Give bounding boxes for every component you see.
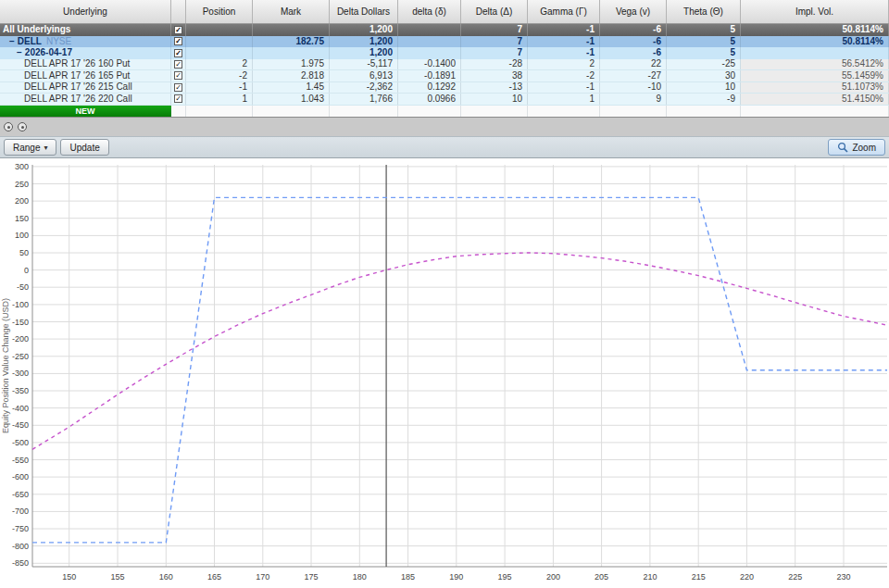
y-tick-label: -600 [12, 472, 29, 482]
row-checkbox[interactable]: ✓ [174, 94, 182, 103]
cell-vega: -6 [600, 36, 667, 48]
x-tick-label: 150 [62, 572, 76, 582]
row-leg-160-put[interactable]: DELL APR 17 '26 160 Put✓21.975-5,117-0.1… [0, 59, 889, 71]
row-leg-220-call[interactable]: DELL APR 17 '26 220 Call✓11.0431,7660.09… [0, 94, 889, 106]
x-tick-label: 175 [304, 572, 318, 582]
cell-theta: 5 [667, 36, 741, 48]
y-tick-label: -200 [12, 334, 29, 344]
risk-profile-chart[interactable]: 1501551601651701751801851901952002052102… [0, 158, 889, 588]
column-header-delta_cap[interactable]: Delta (Δ) [461, 0, 528, 23]
y-tick-label: -100 [12, 300, 29, 309]
zoom-button[interactable]: Zoom [828, 139, 885, 156]
cell-vega: 9 [600, 94, 667, 105]
row-new[interactable]: NEW [0, 106, 889, 118]
x-tick-label: 190 [449, 572, 463, 582]
y-tick-label: 100 [15, 231, 29, 240]
row-checkbox[interactable]: ✓ [174, 37, 182, 45]
cell-delta_dollars: -2,362 [330, 82, 398, 94]
column-header-mark[interactable]: Mark [253, 0, 330, 23]
y-tick-label: -50 [17, 282, 29, 292]
panel-button-icon-1[interactable] [4, 122, 13, 131]
row-checkbox[interactable]: ✓ [174, 71, 182, 80]
row-checkbox-cell: ✓ [171, 24, 186, 36]
y-tick-label: -450 [12, 420, 29, 430]
tree-collapse-icon[interactable]: − [9, 36, 15, 47]
cell-impl_vol: 56.5412% [741, 59, 889, 70]
cell-delta_cap: 10 [461, 94, 528, 105]
chevron-down-icon: ▾ [44, 144, 47, 152]
y-tick-label: 200 [15, 196, 29, 206]
underlying-label: NEW [0, 106, 171, 118]
cell-delta_small: -0.1400 [398, 59, 461, 70]
x-tick-label: 230 [836, 572, 850, 582]
column-header-impl_vol[interactable]: Impl. Vol. [741, 0, 889, 23]
cell-position [186, 106, 253, 118]
underlying-label: All Underlyings [0, 24, 171, 36]
x-tick-label: 160 [159, 572, 173, 582]
y-axis-title: Equity Position Value Change (USD) [1, 298, 10, 433]
column-header-delta_dollars[interactable]: Delta Dollars [330, 0, 398, 23]
y-tick-label: 0 [24, 266, 29, 275]
cell-delta_dollars: 1,200 [330, 47, 398, 59]
row-checkbox[interactable]: ✓ [174, 26, 182, 34]
x-tick-label: 200 [546, 572, 560, 582]
row-leg-165-put[interactable]: DELL APR 17 '26 165 Put✓-22.8186,913-0.1… [0, 70, 889, 82]
cell-gamma: 1 [528, 94, 600, 105]
chart-toolbar: Range ▾ Update Zoom [0, 136, 889, 158]
range-button[interactable]: Range ▾ [4, 139, 56, 156]
x-tick-label: 215 [692, 572, 706, 582]
cell-position [186, 47, 253, 59]
cell-delta_cap: -13 [461, 82, 528, 94]
column-header-gamma[interactable]: Gamma (Γ) [528, 0, 600, 23]
y-tick-label: -750 [12, 524, 29, 533]
cell-mark: 1.975 [253, 59, 330, 70]
update-button[interactable]: Update [60, 139, 108, 156]
column-header-vega[interactable]: Vega (v) [600, 0, 667, 23]
y-tick-label: -500 [12, 438, 29, 447]
cell-position [186, 24, 253, 36]
cell-delta_dollars: -5,117 [330, 59, 398, 70]
cell-gamma: -1 [528, 82, 600, 94]
underlying-label: DELL APR 17 '26 220 Call [0, 94, 171, 105]
tree-collapse-icon[interactable]: − [17, 47, 22, 58]
row-checkbox[interactable]: ✓ [174, 49, 182, 57]
column-header-check[interactable] [171, 0, 186, 23]
panel-button-icon-2[interactable] [18, 122, 27, 131]
y-tick-label: -350 [12, 386, 29, 395]
row-checkbox[interactable]: ✓ [174, 60, 182, 69]
cell-gamma: 2 [528, 59, 600, 70]
cell-gamma [528, 106, 600, 118]
positions-table-header: UnderlyingPositionMarkDelta Dollarsdelta… [0, 0, 889, 24]
y-tick-label: -700 [12, 507, 29, 516]
row-checkbox-cell: ✓ [171, 36, 186, 48]
row-all-underlyings[interactable]: All Underlyings✓1,2007-1-6550.8114% [0, 24, 889, 36]
row-checkbox-cell [171, 106, 186, 118]
x-tick-label: 170 [256, 572, 269, 582]
row-underlying-dell[interactable]: −DELLNYSE✓182.751,2007-1-6550.8114% [0, 36, 889, 48]
row-checkbox[interactable]: ✓ [174, 83, 182, 92]
x-tick-label: 205 [595, 572, 608, 582]
row-checkbox-cell: ✓ [171, 70, 186, 81]
cell-mark: 1.45 [253, 82, 330, 94]
y-tick-label: -650 [12, 490, 29, 499]
cell-position: -1 [186, 82, 253, 94]
cell-vega: -6 [600, 47, 667, 59]
column-header-theta[interactable]: Theta (Θ) [667, 0, 741, 23]
cell-theta: 5 [667, 47, 741, 59]
cell-impl_vol [741, 47, 889, 59]
row-expiry-2026-04-17[interactable]: −2026-04-17✓1,2007-1-65 [0, 47, 889, 59]
row-leg-215-call[interactable]: DELL APR 17 '26 215 Call✓-11.45-2,3620.1… [0, 82, 889, 94]
column-header-delta_small[interactable]: delta (δ) [398, 0, 461, 23]
cell-position [186, 36, 253, 48]
cell-impl_vol: 50.8114% [741, 36, 889, 48]
risk-graph-svg[interactable]: 1501551601651701751801851901952002052102… [0, 158, 889, 588]
row-checkbox-cell: ✓ [171, 59, 186, 70]
y-tick-label: 250 [15, 180, 29, 189]
cell-delta_cap: 7 [461, 47, 528, 59]
x-tick-label: 210 [643, 572, 657, 582]
cell-delta_cap: 7 [461, 24, 528, 36]
column-header-underlying[interactable]: Underlying [0, 0, 171, 23]
column-header-position[interactable]: Position [186, 0, 253, 23]
cell-impl_vol: 51.1073% [741, 82, 889, 94]
x-tick-label: 220 [740, 572, 754, 582]
